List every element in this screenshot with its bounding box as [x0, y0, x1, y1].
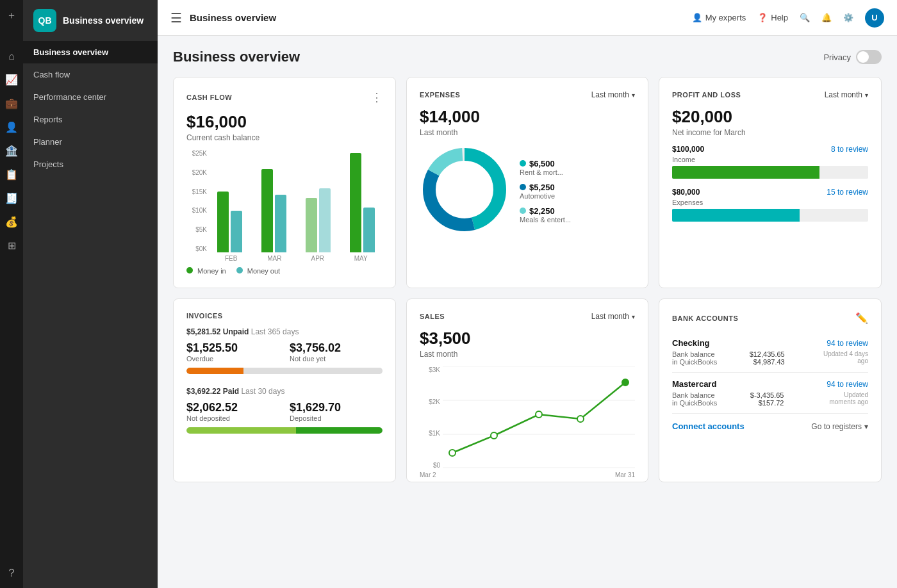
checking-values: $12,435.65 $4,987.43 [750, 350, 785, 366]
chart-icon[interactable]: 📈 [1, 70, 22, 90]
qb-balance-2: $157.72 [750, 399, 784, 407]
checking-name: Checking [672, 338, 710, 348]
sidebar-item-cash-flow[interactable]: Cash flow [23, 63, 158, 86]
sidebar-item-reports[interactable]: Reports [23, 108, 158, 131]
mastercard-review[interactable]: 94 to review [827, 380, 868, 389]
my-experts-button[interactable]: 👤 My experts [692, 13, 746, 22]
cash-flow-title: CASH FLOW [186, 94, 232, 101]
bank-checking-row: Checking 94 to review Bank balance in Qu… [672, 332, 868, 373]
overdue-bar [186, 368, 243, 374]
donut-legend: $6,500 Rent & mort... $5,250 Automotive [520, 159, 571, 224]
y-axis: $25K $20K $15K $10K $5K $0K [186, 150, 210, 252]
add-icon[interactable]: ＋ [3, 5, 21, 26]
bank-balance-2: $-3,435.65 [750, 391, 784, 399]
mastercard-updated: Updated moments ago [817, 391, 868, 407]
home-icon[interactable]: ⌂ [4, 47, 19, 66]
not-deposited-bar [186, 427, 296, 434]
my-experts-icon: 👤 [692, 13, 702, 22]
help-icon: ❓ [757, 13, 768, 22]
payroll-icon[interactable]: 💰 [1, 212, 22, 232]
qb-label-1: in QuickBooks [672, 358, 717, 366]
sidebar-item-label: Business overview [33, 47, 108, 57]
contacts-icon[interactable]: 👤 [1, 117, 22, 137]
tax-icon[interactable]: 🧾 [1, 188, 22, 208]
invoices-paid-section: $3,692.22 Paid Last 30 days $2,062.52 No… [186, 387, 383, 434]
toggle-knob [857, 51, 869, 63]
bank-header: BANK ACCOUNTS ✏️ [672, 312, 868, 324]
go-to-registers-button[interactable]: Go to registers ▾ [811, 422, 868, 431]
sales-amount: $3,500 [420, 329, 635, 348]
bell-icon: 🔔 [821, 13, 832, 22]
expenses-period-selector[interactable]: Last month ▾ [591, 90, 635, 99]
sales-x-axis: Mar 2 Mar 31 [420, 471, 635, 478]
deposited-bar [296, 427, 383, 434]
briefcase-icon[interactable]: 💼 [1, 94, 22, 113]
bar-group-may [342, 153, 383, 252]
donut-chart [420, 145, 509, 237]
invoices-card: INVOICES $5,281.52 Unpaid Last 365 days … [173, 298, 396, 482]
unpaid-amounts: $1,525.50 Overdue $3,756.02 Not due yet [186, 341, 383, 363]
banking-icon[interactable]: 🏦 [1, 141, 22, 161]
qb-balance-1: $4,987.43 [750, 358, 785, 366]
not-deposited-label: Not deposited [186, 414, 279, 422]
checking-labels: Bank balance in QuickBooks [672, 350, 717, 366]
bar-group-feb [210, 192, 250, 252]
privacy-toggle[interactable] [856, 50, 882, 64]
cash-flow-sub: Current cash balance [186, 133, 383, 142]
sidebar-nav: Business overview Cash flow Performance … [23, 41, 158, 588]
sidebar: QB Business overview Business overview C… [23, 0, 158, 588]
expense-bar-track [672, 209, 868, 222]
sidebar-item-label: Performance center [33, 92, 106, 102]
sidebar-item-performance-center[interactable]: Performance center [23, 86, 158, 108]
reports-icon[interactable]: 📋 [1, 165, 22, 184]
cash-flow-menu[interactable]: ⋮ [371, 90, 383, 104]
unpaid-bar [186, 368, 383, 374]
user-avatar[interactable]: U [865, 8, 884, 28]
sales-line-svg [443, 366, 635, 469]
legend-desc-1: Rent & mort... [520, 168, 571, 176]
topbar-menu-icon[interactable]: ☰ [170, 10, 182, 26]
legend-dot-1 [520, 160, 526, 167]
qb-logo: QB [33, 9, 56, 32]
not-due-label: Not due yet [290, 355, 383, 363]
topbar-title: Business overview [190, 12, 276, 23]
not-deposited-amount: $2,062.52 [186, 401, 279, 414]
not-due-col: $3,756.02 Not due yet [290, 341, 383, 363]
search-button[interactable]: 🔍 [800, 13, 810, 22]
qb-label-2: in QuickBooks [672, 399, 717, 407]
chevron-down-icon-bank: ▾ [864, 422, 868, 431]
help-bottom-icon[interactable]: ? [5, 564, 19, 583]
invoices-title: INVOICES [186, 312, 223, 320]
pl-sub: Net income for March [672, 128, 868, 137]
page-title: Business overview [173, 49, 300, 65]
apps-icon[interactable]: ⊞ [4, 236, 20, 256]
notification-button[interactable]: 🔔 [821, 13, 832, 22]
checking-review[interactable]: 94 to review [827, 339, 868, 348]
page-content: Business overview Privacy CASH FLOW ⋮ $1… [158, 36, 897, 588]
legend-item-3: $2,250 Meals & entert... [520, 206, 571, 224]
pl-period-selector[interactable]: Last month ▾ [825, 90, 868, 99]
sidebar-item-projects[interactable]: Projects [23, 153, 158, 176]
bar-mar-out [275, 195, 286, 252]
settings-button[interactable]: ⚙️ [843, 13, 853, 22]
connect-accounts-button[interactable]: Connect accounts [672, 421, 745, 431]
chevron-down-icon-pl: ▾ [865, 92, 868, 99]
paid-header: $3,692.22 Paid Last 30 days [186, 387, 383, 396]
legend-dot-3 [520, 208, 526, 214]
pl-card: PROFIT AND LOSS Last month ▾ $20,000 Net… [659, 77, 882, 288]
svg-point-4 [439, 164, 490, 215]
sales-card: SALES Last month ▾ $3,500 Last month $3K… [406, 298, 648, 482]
sales-header: SALES Last month ▾ [420, 312, 635, 321]
overdue-amount: $1,525.50 [186, 341, 279, 355]
sales-period-selector[interactable]: Last month ▾ [591, 312, 635, 321]
bank-title: BANK ACCOUNTS [672, 314, 738, 322]
sidebar-item-business-overview[interactable]: Business overview [23, 41, 158, 63]
not-due-bar [243, 368, 383, 374]
mastercard-labels: Bank balance in QuickBooks [672, 391, 717, 407]
sidebar-item-planner[interactable]: Planner [23, 131, 158, 153]
sidebar-header: QB Business overview [23, 0, 158, 41]
expenses-review: 15 to review [827, 188, 868, 197]
bank-edit-icon[interactable]: ✏️ [855, 312, 868, 324]
income-label: Income [672, 156, 868, 163]
help-button[interactable]: ❓ Help [757, 13, 788, 22]
